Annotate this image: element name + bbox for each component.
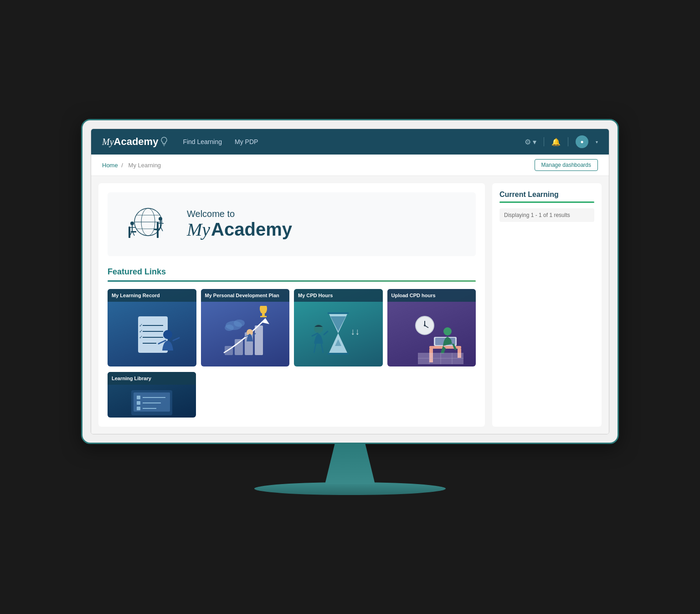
svg-line-45 xyxy=(314,344,316,353)
second-row: Learning Library xyxy=(108,372,476,418)
logo-large-academy: Academy xyxy=(211,219,292,240)
academy-logo-large: MyAcademy xyxy=(187,219,292,240)
avatar-chevron[interactable]: ▾ xyxy=(596,139,598,144)
svg-text:✓: ✓ xyxy=(139,323,143,328)
logo-large-my: My xyxy=(187,221,210,239)
monitor-stand-neck xyxy=(300,443,400,484)
svg-rect-31 xyxy=(255,325,263,355)
logo-academy: Academy xyxy=(114,136,159,147)
featured-links-title: Featured Links xyxy=(108,267,476,277)
logo-my: My xyxy=(102,137,114,147)
left-panel: Welcome to MyAcademy Featured Links xyxy=(98,183,485,427)
main-content: Welcome to MyAcademy Featured Links xyxy=(91,176,609,434)
nav-my-pdp[interactable]: My PDP xyxy=(235,138,258,145)
panel-title-divider xyxy=(499,201,594,203)
featured-grid: My Learning Record xyxy=(108,289,476,366)
nav-links: Find Learning My PDP xyxy=(183,138,510,145)
welcome-banner: Welcome to MyAcademy xyxy=(108,192,476,256)
breadcrumb-current: My Learning xyxy=(129,162,161,169)
svg-rect-29 xyxy=(235,339,243,355)
monitor-stand-base xyxy=(254,482,446,495)
svg-point-14 xyxy=(159,217,162,221)
nav-find-learning[interactable]: Find Learning xyxy=(183,138,222,145)
svg-rect-67 xyxy=(137,401,140,405)
card-title-pdp: My Personal Development Plan xyxy=(201,289,290,302)
svg-point-27 xyxy=(163,330,172,339)
card-pdp[interactable]: My Personal Development Plan xyxy=(201,289,290,366)
monitor-screen: MyAcademy Find Learning My PDP ⚙ ▾ 🔔 xyxy=(91,129,609,434)
section-divider xyxy=(108,280,476,282)
logo[interactable]: MyAcademy xyxy=(102,136,168,148)
svg-point-7 xyxy=(130,222,134,225)
current-learning-title: Current Learning xyxy=(499,191,594,199)
svg-rect-33 xyxy=(262,313,265,316)
svg-line-46 xyxy=(321,344,323,353)
navbar: MyAcademy Find Learning My PDP ⚙ ▾ 🔔 xyxy=(91,129,609,155)
svg-point-37 xyxy=(225,325,234,331)
svg-rect-65 xyxy=(137,396,140,399)
svg-text:✓: ✓ xyxy=(139,329,143,334)
featured-links-section: Featured Links My Learning Record xyxy=(108,267,476,418)
svg-line-18 xyxy=(160,227,163,231)
svg-point-56 xyxy=(443,327,452,335)
breadcrumb-bar: Home / My Learning Manage dashboards xyxy=(91,155,609,176)
breadcrumb-home[interactable]: Home xyxy=(102,162,118,169)
svg-point-36 xyxy=(234,320,245,327)
right-panel: Current Learning Displaying 1 - 1 of 1 r… xyxy=(492,183,602,427)
breadcrumb: Home / My Learning xyxy=(102,162,163,169)
welcome-text: Welcome to MyAcademy xyxy=(187,209,292,240)
svg-rect-69 xyxy=(137,407,140,410)
card-learning-record[interactable]: My Learning Record xyxy=(108,289,196,366)
card-cpd-hours[interactable]: My CPD Hours xyxy=(294,289,383,366)
welcome-to-label: Welcome to xyxy=(187,209,292,219)
nav-divider xyxy=(544,137,544,146)
avatar[interactable]: ● xyxy=(576,135,588,148)
card-title-learning-record: My Learning Record xyxy=(108,289,196,302)
welcome-svg xyxy=(118,201,178,247)
svg-text:↓↓: ↓↓ xyxy=(350,326,360,336)
svg-rect-34 xyxy=(260,316,267,317)
bell-icon[interactable]: 🔔 xyxy=(551,138,561,146)
svg-marker-32 xyxy=(261,319,269,324)
svg-text:✓: ✓ xyxy=(139,335,143,340)
card-title-upload-cpd: Upload CPD hours xyxy=(387,289,476,302)
settings-icon[interactable]: ⚙ ▾ xyxy=(525,138,536,146)
card-title-cpd-hours: My CPD Hours xyxy=(294,289,383,302)
monitor-frame: MyAcademy Find Learning My PDP ⚙ ▾ 🔔 xyxy=(81,119,619,444)
nav-divider-2 xyxy=(568,137,568,146)
svg-point-55 xyxy=(424,325,426,326)
card-title-learning-library: Learning Library xyxy=(108,372,196,385)
breadcrumb-separator: / xyxy=(121,162,123,169)
manage-dashboards-button[interactable]: Manage dashboards xyxy=(535,159,598,171)
results-text: Displaying 1 - 1 of 1 results xyxy=(499,208,594,222)
welcome-illustration xyxy=(118,201,178,247)
svg-rect-5 xyxy=(129,227,130,238)
lightbulb-icon xyxy=(160,137,168,147)
card-upload-cpd[interactable]: Upload CPD hours xyxy=(387,289,476,366)
nav-right: ⚙ ▾ 🔔 ● ▾ xyxy=(525,135,598,148)
card-learning-library[interactable]: Learning Library xyxy=(108,372,196,418)
